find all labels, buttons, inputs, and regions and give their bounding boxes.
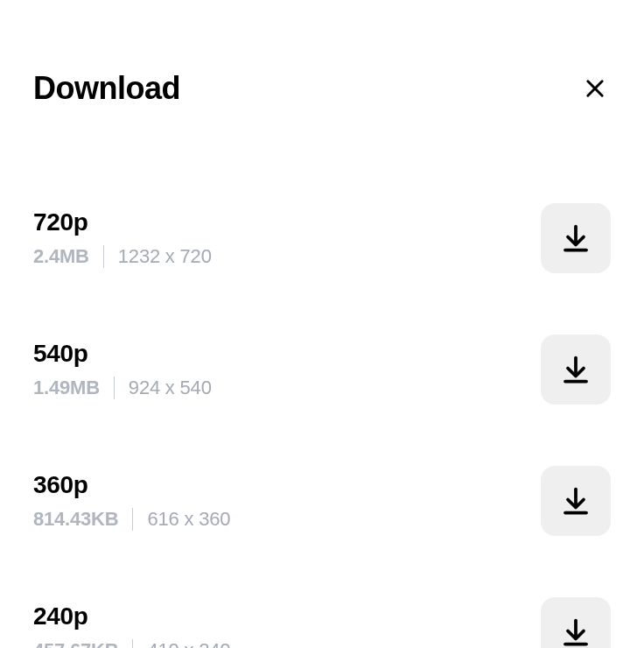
meta-divider [103,245,104,268]
option-meta: 2.4MB 1232 x 720 [33,245,212,268]
download-option-360p: 360p 814.43KB 616 x 360 [33,466,611,536]
resolution-label: 360p [33,471,230,499]
download-button-720p[interactable] [541,203,611,273]
option-info: 720p 2.4MB 1232 x 720 [33,208,212,268]
resolution-label: 720p [33,208,212,236]
option-meta: 457.67KB 410 x 240 [33,639,230,648]
download-dialog: Download 720p 2.4MB 1232 x 720 [0,0,644,648]
file-size: 1.49MB [33,377,100,399]
dimensions: 410 x 240 [147,639,230,648]
download-option-240p: 240p 457.67KB 410 x 240 [33,597,611,648]
download-icon [560,485,592,517]
download-icon [560,354,592,385]
option-info: 240p 457.67KB 410 x 240 [33,602,230,648]
meta-divider [132,508,133,531]
close-button[interactable] [579,73,611,104]
option-meta: 1.49MB 924 x 540 [33,377,212,399]
download-icon [560,616,592,648]
download-button-240p[interactable] [541,597,611,648]
meta-divider [114,377,115,399]
dialog-title: Download [33,70,180,107]
file-size: 457.67KB [33,639,118,648]
option-info: 360p 814.43KB 616 x 360 [33,471,230,531]
dimensions: 1232 x 720 [118,245,212,268]
meta-divider [132,639,133,648]
file-size: 2.4MB [33,245,89,268]
download-option-540p: 540p 1.49MB 924 x 540 [33,335,611,405]
option-info: 540p 1.49MB 924 x 540 [33,340,212,399]
resolution-label: 240p [33,602,230,630]
file-size: 814.43KB [33,508,118,531]
download-icon [560,222,592,254]
dialog-header: Download [33,70,611,107]
close-icon [583,76,607,101]
dimensions: 924 x 540 [129,377,212,399]
download-option-720p: 720p 2.4MB 1232 x 720 [33,203,611,273]
dimensions: 616 x 360 [147,508,230,531]
resolution-label: 540p [33,340,212,368]
download-button-360p[interactable] [541,466,611,536]
download-button-540p[interactable] [541,335,611,405]
option-meta: 814.43KB 616 x 360 [33,508,230,531]
